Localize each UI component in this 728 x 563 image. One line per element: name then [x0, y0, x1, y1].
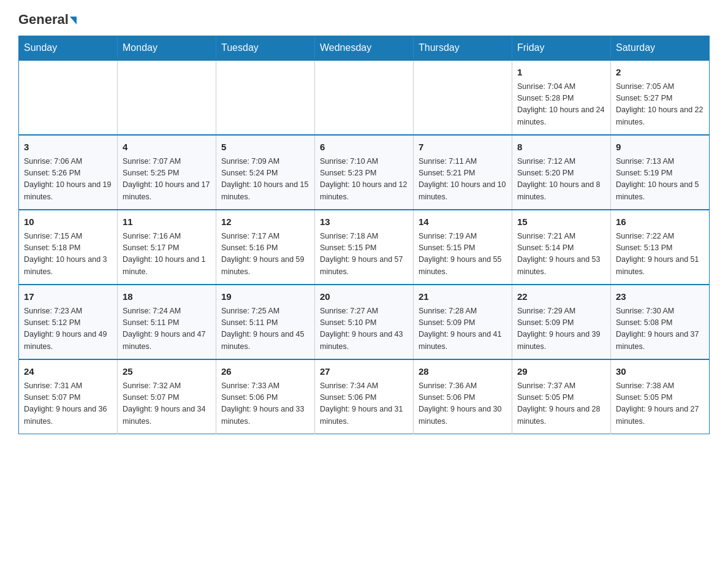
day-of-week-header: Monday	[118, 36, 216, 61]
day-number: 4	[123, 140, 211, 155]
calendar-week-row: 24Sunrise: 7:31 AMSunset: 5:07 PMDayligh…	[19, 359, 710, 434]
day-number: 27	[320, 365, 408, 379]
calendar-day-cell: 12Sunrise: 7:17 AMSunset: 5:16 PMDayligh…	[216, 210, 315, 285]
day-info: Sunrise: 7:23 AMSunset: 5:12 PMDaylight:…	[24, 305, 112, 353]
calendar-day-cell: 23Sunrise: 7:30 AMSunset: 5:08 PMDayligh…	[611, 285, 710, 359]
day-info: Sunrise: 7:06 AMSunset: 5:26 PMDaylight:…	[24, 156, 112, 204]
calendar-day-cell: 11Sunrise: 7:16 AMSunset: 5:17 PMDayligh…	[118, 210, 216, 285]
calendar-table: SundayMondayTuesdayWednesdayThursdayFrid…	[18, 36, 710, 434]
calendar-day-cell: 25Sunrise: 7:32 AMSunset: 5:07 PMDayligh…	[118, 359, 216, 434]
day-info: Sunrise: 7:04 AMSunset: 5:28 PMDaylight:…	[517, 81, 605, 129]
day-of-week-header: Saturday	[611, 36, 710, 61]
day-number: 13	[320, 215, 408, 229]
day-of-week-header: Friday	[512, 36, 611, 61]
calendar-day-cell	[216, 60, 315, 135]
day-number: 23	[616, 290, 704, 304]
calendar-day-cell	[315, 60, 414, 135]
calendar-day-cell	[118, 60, 216, 135]
day-info: Sunrise: 7:30 AMSunset: 5:08 PMDaylight:…	[616, 305, 704, 353]
day-number: 1	[517, 66, 605, 80]
day-info: Sunrise: 7:09 AMSunset: 5:24 PMDaylight:…	[221, 156, 309, 204]
calendar-day-cell: 8Sunrise: 7:12 AMSunset: 5:20 PMDaylight…	[512, 135, 611, 210]
calendar-day-cell	[19, 60, 118, 135]
day-number: 21	[419, 290, 507, 304]
day-number: 6	[320, 140, 408, 155]
calendar-day-cell: 29Sunrise: 7:37 AMSunset: 5:05 PMDayligh…	[512, 359, 611, 434]
day-number: 5	[221, 140, 309, 155]
day-number: 18	[123, 290, 211, 304]
calendar-day-cell: 2Sunrise: 7:05 AMSunset: 5:27 PMDaylight…	[611, 60, 710, 135]
day-info: Sunrise: 7:17 AMSunset: 5:16 PMDaylight:…	[221, 231, 309, 278]
calendar-week-row: 1Sunrise: 7:04 AMSunset: 5:28 PMDaylight…	[19, 60, 710, 135]
day-number: 16	[616, 215, 704, 229]
day-of-week-header: Sunday	[19, 36, 118, 61]
day-of-week-header: Tuesday	[216, 36, 315, 61]
calendar-week-row: 10Sunrise: 7:15 AMSunset: 5:18 PMDayligh…	[19, 210, 710, 285]
day-number: 22	[517, 290, 605, 304]
day-info: Sunrise: 7:19 AMSunset: 5:15 PMDaylight:…	[419, 231, 507, 278]
calendar-day-cell: 21Sunrise: 7:28 AMSunset: 5:09 PMDayligh…	[414, 285, 512, 359]
calendar-day-cell: 17Sunrise: 7:23 AMSunset: 5:12 PMDayligh…	[19, 285, 118, 359]
day-info: Sunrise: 7:34 AMSunset: 5:06 PMDaylight:…	[320, 380, 408, 428]
day-number: 20	[320, 290, 408, 304]
logo: General	[18, 12, 77, 26]
calendar-day-cell: 4Sunrise: 7:07 AMSunset: 5:25 PMDaylight…	[118, 135, 216, 210]
day-info: Sunrise: 7:24 AMSunset: 5:11 PMDaylight:…	[123, 305, 211, 353]
calendar-day-cell: 26Sunrise: 7:33 AMSunset: 5:06 PMDayligh…	[216, 359, 315, 434]
calendar-day-cell: 18Sunrise: 7:24 AMSunset: 5:11 PMDayligh…	[118, 285, 216, 359]
day-info: Sunrise: 7:36 AMSunset: 5:06 PMDaylight:…	[419, 380, 507, 428]
day-info: Sunrise: 7:12 AMSunset: 5:20 PMDaylight:…	[517, 156, 605, 204]
day-info: Sunrise: 7:16 AMSunset: 5:17 PMDaylight:…	[123, 231, 211, 278]
day-info: Sunrise: 7:25 AMSunset: 5:11 PMDaylight:…	[221, 305, 309, 353]
day-info: Sunrise: 7:18 AMSunset: 5:15 PMDaylight:…	[320, 231, 408, 278]
calendar-week-row: 17Sunrise: 7:23 AMSunset: 5:12 PMDayligh…	[19, 285, 710, 359]
calendar-day-cell: 7Sunrise: 7:11 AMSunset: 5:21 PMDaylight…	[414, 135, 512, 210]
day-info: Sunrise: 7:22 AMSunset: 5:13 PMDaylight:…	[616, 231, 704, 278]
day-number: 3	[24, 140, 112, 155]
day-info: Sunrise: 7:29 AMSunset: 5:09 PMDaylight:…	[517, 305, 605, 353]
calendar-day-cell: 22Sunrise: 7:29 AMSunset: 5:09 PMDayligh…	[512, 285, 611, 359]
calendar-week-row: 3Sunrise: 7:06 AMSunset: 5:26 PMDaylight…	[19, 135, 710, 210]
day-number: 26	[221, 365, 309, 379]
calendar-day-cell: 14Sunrise: 7:19 AMSunset: 5:15 PMDayligh…	[414, 210, 512, 285]
calendar-day-cell: 3Sunrise: 7:06 AMSunset: 5:26 PMDaylight…	[19, 135, 118, 210]
day-info: Sunrise: 7:07 AMSunset: 5:25 PMDaylight:…	[123, 156, 211, 204]
day-of-week-header: Wednesday	[315, 36, 414, 61]
calendar-day-cell: 24Sunrise: 7:31 AMSunset: 5:07 PMDayligh…	[19, 359, 118, 434]
calendar-header-row: SundayMondayTuesdayWednesdayThursdayFrid…	[19, 36, 710, 61]
calendar-day-cell: 19Sunrise: 7:25 AMSunset: 5:11 PMDayligh…	[216, 285, 315, 359]
calendar-day-cell: 5Sunrise: 7:09 AMSunset: 5:24 PMDaylight…	[216, 135, 315, 210]
day-of-week-header: Thursday	[414, 36, 512, 61]
day-number: 10	[24, 215, 112, 229]
calendar-day-cell	[414, 60, 512, 135]
calendar-day-cell: 30Sunrise: 7:38 AMSunset: 5:05 PMDayligh…	[611, 359, 710, 434]
day-number: 11	[123, 215, 211, 229]
day-number: 2	[616, 66, 704, 80]
day-number: 14	[419, 215, 507, 229]
day-info: Sunrise: 7:28 AMSunset: 5:09 PMDaylight:…	[419, 305, 507, 353]
day-number: 7	[419, 140, 507, 155]
day-info: Sunrise: 7:33 AMSunset: 5:06 PMDaylight:…	[221, 380, 309, 428]
calendar-day-cell: 27Sunrise: 7:34 AMSunset: 5:06 PMDayligh…	[315, 359, 414, 434]
day-number: 30	[616, 365, 704, 379]
logo-general: General	[18, 12, 77, 27]
calendar-day-cell: 10Sunrise: 7:15 AMSunset: 5:18 PMDayligh…	[19, 210, 118, 285]
day-info: Sunrise: 7:05 AMSunset: 5:27 PMDaylight:…	[616, 81, 704, 129]
day-number: 24	[24, 365, 112, 379]
day-number: 25	[123, 365, 211, 379]
day-number: 15	[517, 215, 605, 229]
day-number: 17	[24, 290, 112, 304]
day-number: 19	[221, 290, 309, 304]
calendar-day-cell: 16Sunrise: 7:22 AMSunset: 5:13 PMDayligh…	[611, 210, 710, 285]
calendar-day-cell: 15Sunrise: 7:21 AMSunset: 5:14 PMDayligh…	[512, 210, 611, 285]
day-info: Sunrise: 7:21 AMSunset: 5:14 PMDaylight:…	[517, 231, 605, 278]
day-info: Sunrise: 7:37 AMSunset: 5:05 PMDaylight:…	[517, 380, 605, 428]
day-info: Sunrise: 7:38 AMSunset: 5:05 PMDaylight:…	[616, 380, 704, 428]
day-number: 29	[517, 365, 605, 379]
calendar-day-cell: 28Sunrise: 7:36 AMSunset: 5:06 PMDayligh…	[414, 359, 512, 434]
calendar-day-cell: 9Sunrise: 7:13 AMSunset: 5:19 PMDaylight…	[611, 135, 710, 210]
calendar-day-cell: 6Sunrise: 7:10 AMSunset: 5:23 PMDaylight…	[315, 135, 414, 210]
day-number: 9	[616, 140, 704, 155]
day-info: Sunrise: 7:11 AMSunset: 5:21 PMDaylight:…	[419, 156, 507, 204]
day-info: Sunrise: 7:15 AMSunset: 5:18 PMDaylight:…	[24, 231, 112, 278]
